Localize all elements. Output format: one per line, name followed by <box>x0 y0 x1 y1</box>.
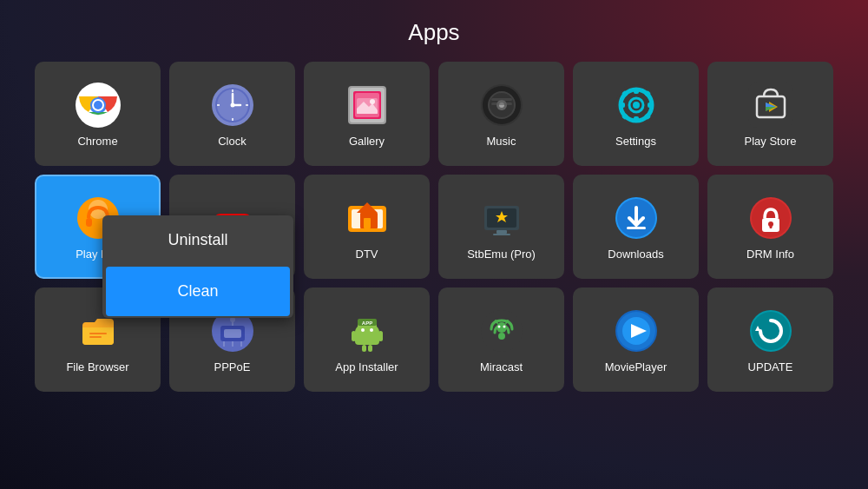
app-tile-miracast[interactable]: Miracast <box>438 287 564 392</box>
app-tile-drm[interactable]: DRM Info <box>707 175 833 279</box>
app-tile-clock[interactable]: Clock <box>169 62 295 166</box>
downloads-icon <box>612 194 661 242</box>
svg-rect-87 <box>362 345 366 352</box>
svg-text:APP: APP <box>361 320 372 326</box>
chrome-label: Chrome <box>77 135 117 148</box>
svg-rect-35 <box>648 102 654 108</box>
svg-point-96 <box>497 325 500 327</box>
page-title: Apps <box>0 0 868 62</box>
filebrowser-label: File Browser <box>66 360 128 373</box>
dtv-label: DTV <box>356 248 378 261</box>
svg-rect-27 <box>491 98 512 101</box>
svg-rect-77 <box>224 329 241 338</box>
svg-rect-67 <box>627 227 646 229</box>
svg-point-89 <box>361 328 365 332</box>
app-tile-chrome[interactable]: Chrome <box>35 62 161 166</box>
app-tile-update[interactable]: UPDATE <box>707 287 833 392</box>
chrome-icon <box>74 81 122 129</box>
drm-label: DRM Info <box>746 248 794 261</box>
drm-icon <box>746 194 795 242</box>
svg-rect-32 <box>634 88 639 94</box>
svg-rect-59 <box>364 218 371 228</box>
svg-rect-74 <box>89 336 102 338</box>
app-tile-dtv[interactable]: DTV <box>304 175 430 279</box>
svg-point-20 <box>370 99 375 104</box>
app-tile-stbemu[interactable]: StbEmu (Pro) <box>438 175 564 279</box>
svg-rect-28 <box>491 102 512 105</box>
svg-point-95 <box>496 322 507 333</box>
stbemu-icon <box>477 194 526 242</box>
app-tile-music[interactable]: Music <box>438 62 564 166</box>
app-tile-settings[interactable]: Settings <box>573 62 699 166</box>
downloads-label: Downloads <box>608 248 663 261</box>
playstore-icon <box>746 81 795 129</box>
svg-point-41 <box>633 102 640 109</box>
gallery-label: Gallery <box>349 135 385 148</box>
context-menu-uninstall[interactable]: Uninstall <box>102 215 293 265</box>
svg-rect-33 <box>634 116 639 122</box>
svg-point-90 <box>370 328 373 332</box>
svg-rect-86 <box>378 331 383 341</box>
miracast-label: Miracast <box>480 360 523 373</box>
app-tile-playstore[interactable]: Play Store <box>707 62 833 166</box>
svg-point-97 <box>503 325 505 327</box>
pppoe-label: PPPoE <box>214 360 251 373</box>
svg-rect-85 <box>352 331 356 341</box>
app-tile-appinstaller[interactable]: APP App Installer <box>304 287 430 392</box>
settings-icon <box>612 81 661 129</box>
miracast-icon <box>477 307 526 355</box>
app-tile-gallery[interactable]: Gallery <box>304 62 430 166</box>
movieplayer-icon <box>612 307 661 355</box>
movieplayer-label: MoviePlayer <box>605 360 667 373</box>
update-label: UPDATE <box>748 360 793 373</box>
clock-label: Clock <box>218 135 247 148</box>
svg-rect-51 <box>86 218 92 227</box>
clock-icon <box>208 81 257 129</box>
svg-point-10 <box>230 102 234 107</box>
gallery-icon <box>343 81 391 129</box>
svg-rect-73 <box>89 333 107 334</box>
music-icon <box>477 81 526 129</box>
app-tile-movieplayer[interactable]: MoviePlayer <box>573 287 699 392</box>
context-menu: Uninstall Clean <box>102 215 293 318</box>
settings-label: Settings <box>615 135 656 148</box>
update-icon <box>746 307 795 355</box>
svg-rect-34 <box>619 102 625 108</box>
svg-rect-64 <box>493 234 510 235</box>
context-menu-clean[interactable]: Clean <box>106 267 290 316</box>
svg-rect-88 <box>368 345 372 352</box>
dtv-icon <box>343 194 391 242</box>
svg-rect-72 <box>769 224 772 228</box>
svg-point-4 <box>94 101 102 109</box>
stbemu-label: StbEmu (Pro) <box>467 248 536 261</box>
svg-rect-63 <box>496 230 507 234</box>
playstore-label: Play Store <box>745 135 797 148</box>
svg-point-94 <box>498 333 505 340</box>
appinstaller-label: App Installer <box>335 360 398 373</box>
music-label: Music <box>487 135 516 148</box>
appinstaller-icon: APP <box>343 307 391 355</box>
app-tile-downloads[interactable]: Downloads <box>573 175 699 279</box>
